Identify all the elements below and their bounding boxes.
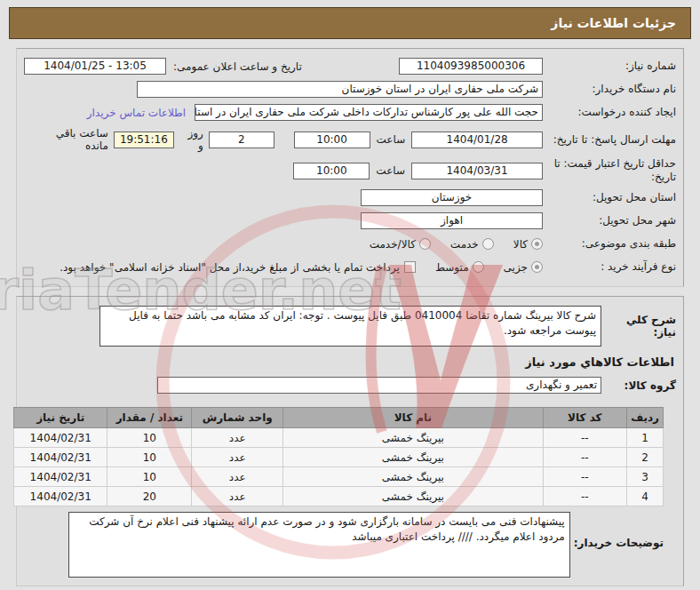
cell-row-number: 1 — [627, 428, 664, 448]
table-row: 3 -- بیرینگ خمشی عدد 10 1404/02/31 — [14, 467, 664, 487]
request-creator-row: ایجاد کننده درخواست: حجت الله علی پور کا… — [24, 101, 676, 124]
goods-table: ردیف کد کالا نام کالا واحد شمارش تعداد /… — [13, 407, 664, 506]
cell-item-code: -- — [543, 448, 627, 467]
buyer-notes-row: توضیحات خریدار: پیشنهادات فنی می بایست د… — [24, 512, 676, 578]
price-validity-label: حداقل تاریخ اعتبار قیمت: تا تاریخ: — [543, 157, 676, 184]
request-creator-label: ایجاد کننده درخواست: — [543, 106, 676, 119]
delivery-province-label: استان محل تحویل: — [543, 191, 676, 204]
need-desc-row: شرح کلي نیاز: شرح کالا بیرینگ شماره تقاض… — [24, 306, 676, 347]
cell-quantity: 10 — [107, 448, 192, 467]
request-creator-field[interactable]: حجت الله علی پور کارشناس تدارکات داخلی ش… — [195, 104, 543, 121]
goods-table-header-row: ردیف کد کالا نام کالا واحد شمارش تعداد /… — [14, 408, 664, 428]
reply-deadline-label: مهلت ارسال پاسخ: تا تاریخ: — [543, 133, 676, 147]
radio-medium-label: متوسط — [435, 261, 469, 274]
delivery-city-row: شهر محل تحویل: اهواز — [24, 210, 676, 232]
goods-section-header: اطلاعات کالاهاي مورد نیاز — [24, 355, 674, 369]
price-validity-date-field[interactable]: 1404/03/31 — [411, 163, 543, 179]
radio-minor[interactable] — [531, 261, 543, 273]
page-title-bar: جزئیات اطلاعات نیاز — [9, 7, 691, 39]
radio-service-label: خدمت — [450, 238, 479, 251]
treasury-docs-checkbox-label: پرداخت تمام یا بخشی از مبلغ خرید،از محل … — [60, 261, 400, 274]
radio-goods-service-label: کالا/خدمت — [370, 238, 416, 251]
delivery-province-row: استان محل تحویل: خوزستان — [24, 187, 676, 209]
cell-item-name: بیرینگ خمشی — [283, 448, 543, 467]
reply-deadline-time-field[interactable]: 10:00 — [294, 132, 370, 148]
table-row: 4 -- بیرینگ خمشی عدد 20 1404/02/31 — [14, 487, 664, 506]
radio-goods[interactable] — [531, 238, 543, 250]
cell-unit: عدد — [192, 467, 283, 487]
buyer-notes-textarea[interactable]: پیشنهادات فنی می بایست در سامانه بارگزار… — [68, 512, 570, 578]
need-info-panel: شماره نیاز: 1104093985000306 تاریخ و ساع… — [16, 48, 684, 287]
announce-datetime-field[interactable]: 1404/01/25 - 13:05 — [24, 58, 166, 75]
remaining-time-label: ساعت باقي مانده — [29, 127, 108, 152]
delivery-province-field[interactable]: خوزستان — [361, 189, 543, 206]
cell-quantity: 10 — [107, 428, 192, 448]
radio-medium[interactable] — [473, 261, 484, 273]
need-number-field[interactable]: 1104093985000306 — [399, 58, 543, 75]
goods-group-field[interactable]: تعمیر و نگهداری — [157, 377, 601, 394]
process-type-row: نوع فرآیند خرید : جزیی متوسط پرداخت تمام… — [24, 256, 676, 278]
col-quantity: تعداد / مقدار — [107, 408, 192, 428]
price-validity-row: حداقل تاریخ اعتبار قیمت: تا تاریخ: 1404/… — [24, 155, 676, 186]
reply-deadline-row: مهلت ارسال پاسخ: تا تاریخ: 1404/01/28 سا… — [24, 124, 676, 155]
col-unit: واحد شمارش — [192, 408, 283, 428]
cell-need-date: 1404/02/31 — [14, 448, 107, 467]
reply-deadline-hour-label: ساعت — [377, 133, 406, 146]
goods-group-row: گروه کالا: تعمیر و نگهداری — [24, 374, 676, 396]
cell-item-name: بیرینگ خمشی — [283, 467, 543, 487]
buyer-contact-link[interactable]: اطلاعات تماس خریدار — [87, 107, 186, 119]
cell-row-number: 4 — [627, 487, 664, 506]
price-validity-hour-label: ساعت — [376, 164, 405, 177]
cell-item-name: بیرینگ خمشی — [283, 487, 543, 506]
subject-class-label: طبقه بندی موضوعی: — [543, 237, 676, 251]
radio-goods-service[interactable] — [419, 238, 431, 250]
cell-need-date: 1404/02/31 — [14, 467, 107, 487]
reply-deadline-date-field[interactable]: 1404/01/28 — [411, 132, 543, 148]
delivery-city-label: شهر محل تحویل: — [543, 214, 676, 227]
col-item-code: کد کالا — [543, 408, 627, 428]
cell-row-number: 3 — [627, 467, 664, 487]
subject-class-row: طبقه بندی موضوعی: کالا خدمت کالا/خدمت — [24, 233, 676, 255]
goods-info-panel: شرح کلي نیاز: شرح کالا بیرینگ شماره تقاض… — [16, 296, 684, 586]
delivery-city-field[interactable]: اهواز — [361, 212, 543, 229]
page-title: جزئیات اطلاعات نیاز — [551, 16, 676, 30]
col-row-number: ردیف — [627, 408, 664, 428]
need-desc-textarea[interactable]: شرح کالا بیرینگ شماره تقاضا 0410004 طبق … — [99, 306, 601, 347]
buyer-name-row: نام دستگاه خریدار: شرکت ملی حفاری ایران … — [24, 78, 676, 100]
treasury-docs-checkbox[interactable] — [404, 261, 416, 273]
table-row: 2 -- بیرینگ خمشی عدد 10 1404/02/31 — [14, 448, 664, 467]
remaining-days-label: روز و — [179, 127, 203, 152]
radio-minor-label: جزیی — [504, 261, 528, 274]
price-validity-time-field[interactable]: 10:00 — [293, 163, 370, 179]
cell-row-number: 2 — [627, 448, 664, 467]
buyer-name-field[interactable]: شرکت ملی حفاری ایران در استان خوزستان — [137, 81, 543, 98]
cell-item-name: بیرینگ خمشی — [283, 428, 543, 448]
radio-goods-label: کالا — [513, 238, 528, 251]
remaining-days-field[interactable]: 2 — [209, 132, 274, 148]
table-row: 1 -- بیرینگ خمشی عدد 10 1404/02/31 — [14, 428, 664, 448]
cell-unit: عدد — [192, 487, 283, 506]
cell-item-code: -- — [543, 428, 627, 448]
cell-item-code: -- — [543, 467, 627, 487]
cell-unit: عدد — [192, 428, 283, 448]
col-need-date: تاریخ نیاز — [14, 408, 107, 428]
process-type-label: نوع فرآیند خرید : — [543, 260, 676, 274]
radio-service[interactable] — [482, 238, 494, 250]
cell-unit: عدد — [192, 448, 283, 467]
need-desc-label: شرح کلي نیاز: — [601, 314, 676, 339]
remaining-time-field[interactable]: 19:51:16 — [114, 132, 174, 148]
cell-need-date: 1404/02/31 — [14, 487, 107, 506]
need-number-label: شماره نیاز: — [543, 60, 676, 73]
cell-item-code: -- — [543, 487, 627, 506]
buyer-name-label: نام دستگاه خریدار: — [543, 83, 676, 96]
need-number-row: شماره نیاز: 1104093985000306 تاریخ و ساع… — [24, 55, 676, 77]
col-item-name: نام کالا — [283, 408, 543, 428]
buyer-notes-label: توضیحات خریدار: — [570, 512, 676, 549]
cell-need-date: 1404/02/31 — [14, 428, 107, 448]
announce-datetime-label: تاریخ و ساعت اعلان عمومی: — [173, 60, 302, 73]
cell-quantity: 10 — [107, 467, 192, 487]
cell-quantity: 20 — [107, 487, 192, 506]
goods-group-label: گروه کالا: — [601, 379, 676, 392]
